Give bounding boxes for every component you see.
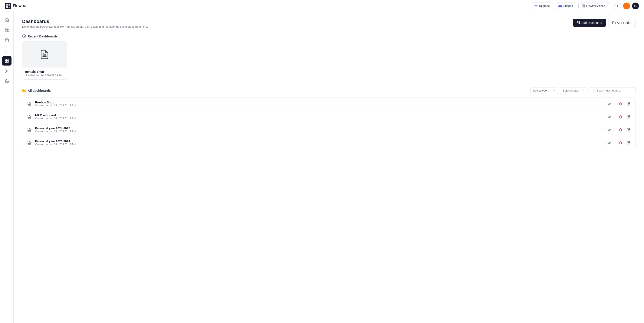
row-actions: [618, 127, 632, 133]
file-chart-icon: [27, 102, 31, 106]
svg-point-14: [6, 71, 7, 72]
row-info: Rentals Shop Created on: Jun 24, 2024 02…: [35, 101, 603, 107]
delete-button[interactable]: [618, 114, 624, 120]
add-dashboard-label: Add Dashboard: [582, 21, 602, 24]
svg-rect-36: [28, 143, 29, 144]
ai-icon: [5, 69, 9, 73]
row-name: HR Dashboard: [35, 114, 603, 117]
topnav: Flowtrail Upgrade Support Flowtrail Admi…: [0, 0, 644, 12]
trash-icon: [619, 115, 622, 118]
support-icon: [558, 4, 562, 7]
upgrade-label: Upgrade: [539, 4, 550, 7]
settings-icon: [5, 79, 9, 83]
sidebar-item-charts[interactable]: [2, 46, 12, 55]
svg-rect-5: [584, 6, 584, 7]
svg-rect-3: [584, 5, 584, 6]
datasources-icon: [5, 38, 9, 42]
card-info: Rentals Shop Updated: Jun 24, 2024 02:13…: [22, 67, 67, 79]
table-row: Financial year 2024-2025 Created on: Jun…: [22, 123, 635, 136]
row-status: Draft: [603, 115, 614, 118]
sidebar-item-datasources[interactable]: [2, 36, 12, 45]
svg-rect-35: [30, 130, 30, 131]
recent-dashboard-card[interactable]: Rentals Shop Updated: Jun 24, 2024 02:13…: [22, 41, 67, 80]
svg-rect-18: [577, 23, 578, 24]
svg-point-15: [6, 81, 7, 82]
dashboard-list: Rentals Shop Created on: Jun 24, 2024 02…: [22, 97, 636, 149]
sidebar-item-dashboards[interactable]: [2, 56, 12, 65]
svg-rect-31: [29, 117, 30, 118]
edit-button[interactable]: [626, 140, 632, 146]
edit-button[interactable]: [626, 101, 632, 107]
topnav-actions: Upgrade Support Flowtrail Admin F FL: [531, 2, 639, 9]
avatar[interactable]: F: [623, 2, 630, 9]
type-filter[interactable]: Select type: [530, 87, 558, 94]
trash-icon: [619, 141, 622, 144]
avatar-text: F: [626, 4, 627, 7]
file-chart-icon: [27, 141, 31, 145]
recent-section: Recent Dashboards Rentals Shop: [22, 34, 636, 80]
status-badge: Draft: [603, 115, 614, 119]
search-input[interactable]: [597, 89, 633, 92]
svg-rect-32: [30, 117, 30, 118]
svg-line-26: [594, 91, 595, 91]
all-dashboards-filters: Select type Select status: [530, 87, 636, 94]
type-filter-chevron: [553, 89, 555, 92]
sidebar-item-ai[interactable]: [2, 66, 12, 76]
svg-rect-4: [582, 6, 583, 7]
user-abbr-text: FL: [634, 5, 637, 7]
sidebar-item-plugins[interactable]: [2, 25, 12, 35]
edit-icon: [627, 102, 630, 105]
status-filter-chevron: [582, 89, 585, 92]
all-dashboards-title-text: All dashboards: [28, 89, 51, 92]
sidebar-item-settings[interactable]: [2, 77, 12, 86]
row-actions: [618, 114, 632, 120]
card-preview: [22, 42, 67, 67]
upgrade-button[interactable]: Upgrade: [531, 2, 553, 9]
svg-rect-11: [7, 59, 8, 61]
page-header-text: Dashboards List of dashboards showing be…: [22, 19, 148, 28]
type-filter-label: Select type: [533, 89, 547, 92]
row-date: Created on: Jun 24, 2024 02:13 PM: [35, 143, 603, 146]
add-folder-button[interactable]: Add Folder: [608, 19, 636, 27]
svg-rect-37: [29, 143, 30, 144]
user-abbr[interactable]: FL: [632, 2, 639, 9]
page-title: Dashboards: [22, 19, 148, 24]
svg-rect-38: [30, 143, 30, 144]
edit-icon: [627, 115, 630, 118]
delete-button[interactable]: [618, 127, 624, 133]
delete-button[interactable]: [618, 101, 624, 107]
svg-rect-0: [5, 3, 11, 9]
card-updated: Updated: Jun 24, 2024 02:13 PM: [25, 74, 64, 77]
svg-rect-17: [579, 21, 580, 22]
status-filter[interactable]: Select status: [560, 87, 588, 94]
app-name: Flowtrail: [13, 3, 28, 8]
table-row: Financial year 2023-2024 Created on: Jun…: [22, 136, 635, 149]
all-dashboards-header: All dashboards Select type Select status: [22, 87, 636, 94]
svg-rect-2: [582, 5, 583, 6]
plus-icon: [616, 4, 619, 7]
support-label: Support: [563, 4, 573, 7]
sidebar: [0, 12, 14, 323]
plugins-icon: [5, 28, 9, 32]
workspace-button[interactable]: Flowtrail Admin: [578, 2, 612, 9]
sidebar-item-home[interactable]: [2, 15, 12, 25]
row-date: Created on: Jun 24, 2024 02:13 PM: [35, 104, 603, 107]
table-row: Rentals Shop Created on: Jun 24, 2024 02…: [22, 97, 635, 110]
workspace-icon: [582, 4, 585, 8]
recent-grid: Rentals Shop Updated: Jun 24, 2024 02:13…: [22, 41, 636, 80]
row-status: Draft: [603, 102, 614, 105]
file-chart-icon: [27, 115, 31, 119]
status-filter-label: Select status: [563, 89, 578, 92]
row-date: Created on: Jun 24, 2024 02:13 PM: [35, 117, 603, 120]
support-button[interactable]: Support: [555, 2, 576, 9]
add-dashboard-button[interactable]: Add Dashboard: [573, 19, 606, 27]
app-logo[interactable]: Flowtrail: [5, 3, 28, 9]
delete-button[interactable]: [618, 140, 624, 146]
svg-rect-1: [8, 7, 10, 8]
card-name: Rentals Shop: [25, 70, 64, 73]
add-button[interactable]: [614, 2, 621, 9]
row-name: Rentals Shop: [35, 101, 603, 104]
recent-section-title: Recent Dashboards: [22, 34, 636, 38]
edit-button[interactable]: [626, 127, 632, 133]
edit-button[interactable]: [626, 114, 632, 120]
